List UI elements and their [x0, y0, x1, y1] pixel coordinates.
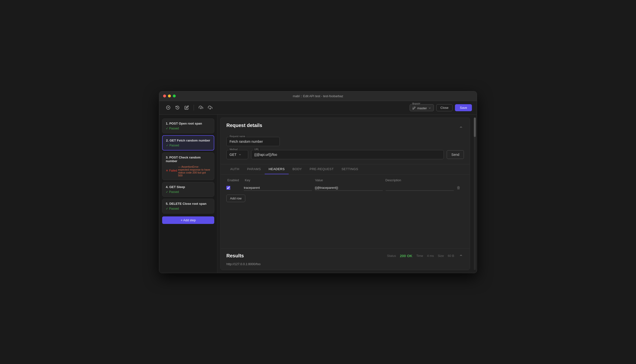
status-ok: 200 OK: [400, 254, 412, 258]
header-1-description[interactable]: [386, 185, 454, 191]
step-1-title: 1. POST Open root span: [166, 122, 211, 125]
step-card-3[interactable]: 3. POST Check random number ✕ Failed — A…: [162, 152, 214, 180]
header-1-enabled[interactable]: [226, 186, 230, 190]
method-value: GET: [230, 153, 236, 156]
add-step-button[interactable]: + Add step: [162, 216, 214, 224]
step-3-x-icon: ✕: [166, 169, 168, 172]
tab-auth[interactable]: AUTH: [226, 164, 243, 174]
size-value: 60 B: [448, 254, 454, 258]
results-title: Results: [226, 253, 244, 258]
svg-point-6: [413, 108, 414, 110]
step-card-5[interactable]: 5. DELETE Close root span ✓ Passed: [162, 199, 214, 214]
history-button[interactable]: [173, 104, 182, 111]
results-collapse-button[interactable]: [458, 252, 464, 259]
run-button[interactable]: [164, 104, 172, 111]
step-card-1[interactable]: 1. POST Open root span ✓ Passed: [162, 118, 214, 133]
branch-content: master: [412, 106, 431, 110]
upload-button[interactable]: [197, 104, 205, 111]
main-window: mabl :: Edit API test - test-foobarbaz: [159, 91, 477, 273]
traffic-lights: [163, 94, 176, 98]
time-value: 4 ms: [427, 254, 434, 258]
save-button[interactable]: Save: [455, 104, 472, 111]
download-button[interactable]: [206, 104, 214, 111]
tab-headers[interactable]: HEADERS: [265, 164, 288, 174]
results-header: Results Status 200 OK Time 4 ms: [226, 252, 464, 259]
results-url: http://127.0.0.1:8000/foo: [226, 262, 464, 266]
step-4-status: ✓ Passed: [166, 190, 211, 194]
time-label: Time: [416, 254, 423, 258]
header-1-key[interactable]: [244, 185, 312, 191]
status-code: 200 OK: [400, 254, 412, 258]
sidebar: 1. POST Open root span ✓ Passed 2. GET F…: [159, 115, 218, 273]
col-key-label: Key: [245, 178, 312, 182]
size-label: Size: [438, 254, 444, 258]
close-traffic-light[interactable]: [163, 94, 166, 98]
right-panel-content: Request details Request name: [218, 115, 473, 273]
step-card-2[interactable]: 2. GET Fetch random number ✓ Passed: [162, 135, 214, 150]
tab-params[interactable]: PARAMS: [243, 164, 265, 174]
url-label: URL: [254, 148, 260, 151]
branch-selector[interactable]: Branch master: [410, 104, 434, 111]
url-input-wrapper: URL: [251, 150, 444, 159]
request-name-input[interactable]: [226, 137, 280, 146]
add-row-button[interactable]: Add row: [226, 194, 245, 202]
col-description-label: Description: [386, 178, 453, 182]
right-panel-scroll: Request details Request name: [218, 115, 477, 273]
toolbar: Branch master Close Save: [159, 101, 477, 115]
method-select[interactable]: GET: [226, 150, 248, 159]
main-content: 1. POST Open root span ✓ Passed 2. GET F…: [159, 115, 477, 273]
tab-pre-request[interactable]: PRE-REQUEST: [306, 164, 338, 174]
step-5-status: ✓ Passed: [166, 207, 211, 210]
step-3-error: — AssertionError: expected response to h…: [178, 165, 211, 177]
step-4-check-icon: ✓: [166, 190, 168, 194]
collapse-button[interactable]: [458, 124, 464, 131]
results-section: Results Status 200 OK Time 4 ms: [220, 248, 470, 270]
step-3-status: ✕ Failed — AssertionError: expected resp…: [166, 164, 211, 177]
method-label: Method: [229, 148, 238, 151]
header-1-value[interactable]: [315, 185, 383, 191]
step-card-4[interactable]: 4. GET Sleep ✓ Passed: [162, 182, 214, 197]
edit-button[interactable]: [182, 104, 191, 111]
col-enabled-label: Enabled: [227, 178, 242, 182]
branch-name: master: [417, 106, 427, 110]
step-1-check-icon: ✓: [166, 127, 168, 130]
url-input[interactable]: [251, 150, 444, 159]
results-meta: Status 200 OK Time 4 ms Size 60 B: [387, 252, 464, 259]
step-3-title: 3. POST Check random number: [166, 156, 211, 163]
request-details-title: Request details: [226, 123, 262, 128]
toolbar-divider: [194, 105, 194, 110]
branch-label: Branch: [412, 102, 420, 105]
col-value-label: Value: [315, 178, 382, 182]
step-2-title: 2. GET Fetch random number: [166, 138, 210, 142]
request-details-section: Request details Request name: [220, 118, 470, 164]
status-label: Status: [387, 254, 396, 258]
tabs-bar: AUTH PARAMS HEADERS BODY PRE-REQUEST SET…: [220, 164, 470, 174]
tab-settings[interactable]: SETTINGS: [338, 164, 362, 174]
delete-header-1-icon[interactable]: 🗑: [457, 186, 464, 190]
window-title: mabl :: Edit API test - test-foobarbaz: [293, 94, 343, 98]
maximize-traffic-light[interactable]: [173, 94, 176, 98]
minimize-traffic-light[interactable]: [168, 94, 171, 98]
toolbar-right: Branch master Close Save: [410, 104, 472, 111]
scrollbar-thumb[interactable]: [474, 118, 476, 137]
step-2-check-icon: ✓: [166, 144, 168, 147]
tab-body[interactable]: BODY: [289, 164, 306, 174]
svg-marker-1: [168, 107, 169, 108]
scrollbar-track[interactable]: [474, 118, 476, 270]
right-panel: Request details Request name: [220, 118, 470, 270]
title-bar: mabl :: Edit API test - test-foobarbaz: [159, 91, 477, 101]
step-4-title: 4. GET Sleep: [166, 185, 211, 189]
method-wrapper: Method GET: [226, 150, 248, 159]
toolbar-left: [164, 104, 409, 111]
request-name-wrapper: Request name: [226, 137, 280, 146]
svg-point-5: [414, 107, 416, 108]
step-5-check-icon: ✓: [166, 207, 168, 210]
close-button[interactable]: Close: [436, 104, 452, 111]
method-url-row: Method GET URL: [226, 150, 464, 159]
headers-table-header: Enabled Key Value Description: [226, 178, 464, 182]
section-header-row: Request details: [226, 123, 464, 133]
headers-section: Enabled Key Value Description 🗑: [220, 174, 470, 248]
request-name-label: Request name: [229, 135, 246, 138]
send-button[interactable]: Send: [447, 150, 464, 159]
step-2-status: ✓ Passed: [166, 144, 210, 147]
